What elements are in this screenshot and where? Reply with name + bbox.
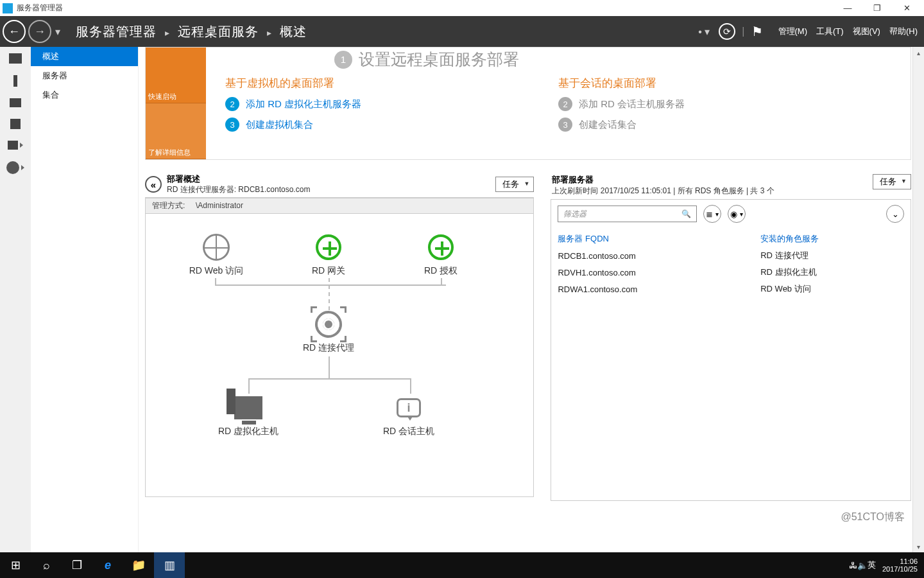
- maximize-button[interactable]: ❐: [862, 0, 892, 16]
- refresh-button[interactable]: ⟳: [719, 23, 735, 40]
- add-session-server-step: 2 添加 RD 会话主机服务器: [558, 97, 891, 111]
- deploy-overview-title: 部署概述: [167, 174, 490, 185]
- tile-learn-more[interactable]: 了解详细信息: [146, 103, 206, 159]
- network-tray-icon[interactable]: 🖧: [849, 552, 857, 578]
- ie-icon[interactable]: e: [92, 552, 123, 578]
- menu-help[interactable]: 帮助(H): [889, 26, 918, 37]
- sidenav: 概述 服务器 集合: [31, 47, 139, 552]
- col-fqdn[interactable]: 服务器 FQDN: [551, 231, 754, 247]
- breadcrumb-rds[interactable]: 远程桌面服务: [178, 24, 259, 39]
- rail-item-5[interactable]: [8, 141, 23, 150]
- menu-tools[interactable]: 工具(T): [816, 26, 844, 37]
- tile-quick-start[interactable]: 快速启动: [146, 48, 206, 103]
- wizard-step-1-badge: 1: [334, 51, 352, 69]
- nav-forward-button[interactable]: →: [28, 20, 51, 43]
- taskbar: ⊞ ⌕ ❐ e 📁 ▥ 🖧 🔈 英 11:062017/10/25: [0, 552, 924, 578]
- plus-icon-2: [428, 234, 454, 260]
- node-rd-session-host[interactable]: i RD 会话主机: [364, 394, 454, 437]
- wizard-tiles: 快速启动 了解详细信息: [146, 48, 206, 159]
- node-rd-gateway[interactable]: RD 网关: [284, 233, 373, 277]
- wizard-title: 1 设置远程桌面服务部署: [334, 49, 519, 70]
- toolbar-separator: |: [742, 26, 744, 37]
- rail-all-servers-icon[interactable]: [10, 98, 21, 107]
- setup-wizard-panel: 快速启动 了解详细信息 1 设置远程桌面服务部署 基于虚拟机的桌面部署 2 添加…: [145, 47, 911, 160]
- breadcrumb: 服务器管理器 ▸ 远程桌面服务 ▸ 概述: [76, 23, 307, 40]
- globe-icon: [203, 234, 230, 261]
- node-rd-licensing[interactable]: RD 授权: [396, 233, 486, 277]
- clock[interactable]: 11:062017/10/25: [876, 557, 924, 573]
- menu-manage[interactable]: 管理(M): [778, 26, 808, 37]
- step-2-badge-grey: 2: [558, 97, 572, 111]
- deploy-servers-title: 部署服务器: [551, 174, 775, 186]
- window-title: 服务器管理器: [17, 3, 63, 13]
- collapse-toggle-icon[interactable]: «: [145, 176, 162, 193]
- plus-icon: [316, 234, 341, 260]
- node-rd-virtualization-host[interactable]: RD 虚拟化主机: [203, 394, 293, 437]
- vertical-scrollbar[interactable]: ▴▾: [912, 47, 924, 552]
- table-row[interactable]: RDCB1.contoso.comRD 连接代理: [551, 247, 911, 264]
- icon-rail: [0, 47, 31, 552]
- search-button[interactable]: ⌕: [31, 552, 62, 578]
- search-icon[interactable]: 🔍: [681, 209, 691, 218]
- col-role[interactable]: 安装的角色服务: [754, 231, 911, 247]
- servers-table: 服务器 FQDN 安装的角色服务 RDCB1.contoso.comRD 连接代…: [551, 231, 911, 297]
- sidenav-servers[interactable]: 服务器: [31, 66, 138, 85]
- vm-deploy-heading: 基于虚拟机的桌面部署: [225, 76, 558, 91]
- breadcrumb-overview[interactable]: 概述: [280, 24, 307, 39]
- sidenav-overview[interactable]: 概述: [31, 47, 138, 66]
- create-vm-collection-link[interactable]: 3 创建虚拟机集合: [225, 118, 558, 132]
- volume-tray-icon[interactable]: 🔈: [857, 552, 868, 578]
- node-rd-broker[interactable]: RD 连接代理: [284, 310, 373, 354]
- table-row[interactable]: RDVH1.contoso.comRD 虚拟化主机: [551, 264, 911, 281]
- expand-button[interactable]: ⌄: [886, 205, 904, 223]
- menu-view[interactable]: 视图(V): [853, 26, 880, 37]
- broker-server-line: RD 连接代理服务器: RDCB1.contoso.com: [167, 185, 490, 195]
- minimize-button[interactable]: —: [833, 0, 862, 16]
- create-session-collection-step: 3 创建会话集合: [558, 118, 891, 132]
- breadcrumb-root[interactable]: 服务器管理器: [76, 24, 157, 39]
- save-query-button[interactable]: ◉: [728, 205, 746, 223]
- step-3-badge-grey: 3: [558, 118, 572, 132]
- rail-rds-icon[interactable]: [6, 161, 24, 174]
- step-2-badge: 2: [225, 97, 239, 111]
- app-icon: [3, 3, 13, 13]
- deploy-servers-meta: 上次刷新时间 2017/10/25 11:05:01 | 所有 RDS 角色服务…: [551, 186, 775, 197]
- server-manager-taskbar-icon[interactable]: ▥: [154, 552, 185, 578]
- rail-dashboard-icon[interactable]: [9, 53, 22, 64]
- titlebar: 服务器管理器 — ❐ ✕: [0, 0, 924, 16]
- tasks-dropdown-right[interactable]: 任务: [873, 174, 911, 189]
- toolbar: ← → ▾ 服务器管理器 ▸ 远程桌面服务 ▸ 概述 • ▾ ⟳ | ⚑ 管理(…: [0, 16, 924, 47]
- start-button[interactable]: ⊞: [0, 552, 31, 578]
- content-area: ▴▾ 快速启动 了解详细信息 1 设置远程桌面服务部署 基于虚拟机的桌面部署 2…: [139, 47, 924, 552]
- step-3-badge: 3: [225, 118, 239, 132]
- nav-back-button[interactable]: ←: [3, 20, 26, 43]
- filter-input[interactable]: 筛选器 🔍: [558, 206, 697, 222]
- virtualization-host-icon: [234, 396, 262, 419]
- managed-as-line: 管理方式: \Administrator: [146, 198, 533, 214]
- explorer-icon[interactable]: 📁: [123, 552, 154, 578]
- sidenav-collections[interactable]: 集合: [31, 85, 138, 105]
- table-row[interactable]: RDWA1.contoso.comRD Web 访问: [551, 281, 911, 297]
- tasks-dropdown-left[interactable]: 任务: [495, 177, 534, 192]
- watermark: @51CTO博客: [841, 511, 905, 524]
- nav-dropdown[interactable]: ▾: [55, 26, 60, 38]
- session-host-icon: i: [397, 398, 421, 417]
- deployment-diagram: RD Web 访问 RD 网关 RD 授权: [146, 214, 533, 496]
- session-deploy-heading: 基于会话的桌面部署: [558, 76, 891, 91]
- notifications-flag-icon[interactable]: ⚑: [751, 24, 763, 39]
- node-rd-web[interactable]: RD Web 访问: [171, 233, 261, 277]
- toolbar-dropdown-small[interactable]: • ▾: [698, 26, 710, 38]
- close-button[interactable]: ✕: [892, 0, 921, 16]
- ime-tray[interactable]: 英: [868, 552, 876, 578]
- columns-button[interactable]: ≣: [703, 205, 721, 223]
- deploy-overview-panel: 管理方式: \Administrator RD Web 访问 RD 网关: [145, 197, 534, 497]
- add-vh-server-link[interactable]: 2 添加 RD 虚拟化主机服务器: [225, 97, 558, 111]
- deploy-servers-panel: 筛选器 🔍 ≣ ◉ ⌄ 服务器 FQDN 安装的角色服务: [551, 199, 911, 501]
- breadcrumb-sep-1: ▸: [165, 28, 170, 38]
- breadcrumb-sep-2: ▸: [267, 28, 272, 38]
- rail-role-icon[interactable]: [10, 119, 21, 129]
- task-view-button[interactable]: ❐: [62, 552, 92, 578]
- rail-local-server-icon[interactable]: [13, 75, 17, 87]
